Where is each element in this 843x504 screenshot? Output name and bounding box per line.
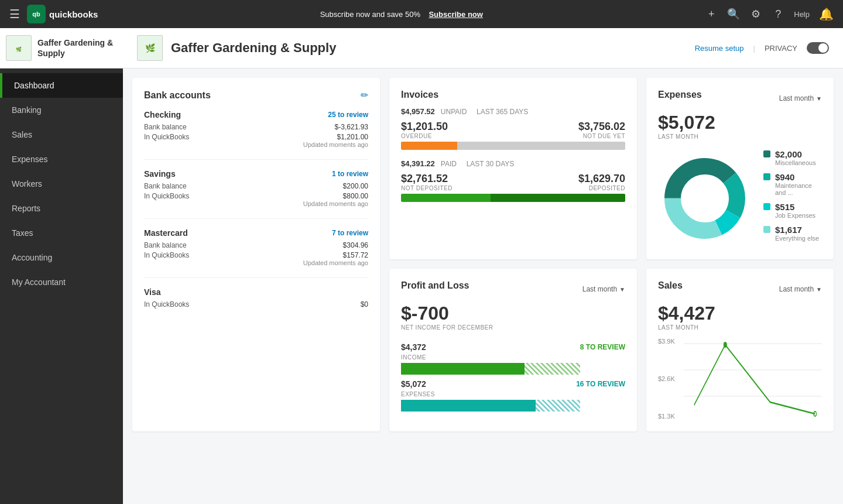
bar-income-solid	[401, 363, 525, 375]
sidebar-item-taxes[interactable]: Taxes	[0, 221, 123, 245]
legend-label-3: Everything else	[775, 235, 819, 242]
header-separator: |	[753, 44, 755, 53]
sales-sublabel: LAST MONTH	[658, 324, 822, 331]
invoice-deposited-amount: $1,629.70	[578, 173, 625, 185]
promo-cta[interactable]: Subscribe now	[429, 10, 482, 19]
chart-area	[684, 338, 822, 420]
bar-notdue	[457, 142, 625, 150]
sales-amount: $4,427	[658, 303, 822, 324]
add-icon[interactable]: +	[705, 8, 718, 20]
sidebar-nav: Dashboard Banking Sales Expenses Workers…	[0, 68, 123, 504]
hamburger-icon[interactable]: ☰	[9, 7, 20, 21]
pl-expenses-review[interactable]: 16 TO REVIEW	[576, 380, 625, 388]
sidebar-item-accounting[interactable]: Accounting	[0, 245, 123, 270]
bank-savings-balance-label: Bank balance	[144, 182, 187, 190]
sidebar-item-label: Sales	[12, 130, 32, 139]
bar-income-hatched	[525, 363, 581, 375]
sales-period-dropdown[interactable]: Last month ▼	[779, 285, 822, 293]
pl-amount: $-700	[401, 303, 625, 324]
bank-mastercard-name: Mastercard	[144, 228, 188, 238]
bank-savings-balance-row: Bank balance $200.00	[144, 182, 368, 190]
chart-y-labels: $3.9K $2.6K $1.3K	[658, 338, 681, 420]
bank-mastercard-qb-row: In QuickBooks $157.72 Updated moments ag…	[144, 251, 368, 266]
svg-text:🌿: 🌿	[16, 46, 22, 52]
sidebar-item-dashboard[interactable]: Dashboard	[0, 73, 123, 98]
pl-income-amount: $4,372	[401, 342, 426, 352]
pl-header-row: Profit and Loss Last month ▼	[401, 280, 625, 298]
invoice-overdue-amount: $1,201.50	[401, 121, 448, 133]
sidebar-item-label: Accounting	[12, 253, 52, 262]
chevron-down-icon: ▼	[816, 286, 822, 293]
invoice-unpaid-bar	[401, 142, 625, 150]
gear-icon[interactable]: ⚙	[749, 8, 762, 20]
bank-account-checking: Checking 25 to review Bank balance $-3,6…	[144, 110, 368, 160]
dashboard-grid: Invoices $4,957.52 UNPAID LAST 365 DAYS …	[123, 68, 843, 441]
bank-visa-name: Visa	[144, 287, 161, 297]
invoices-unpaid-header: $4,957.52 UNPAID LAST 365 DAYS	[401, 107, 625, 116]
bank-mastercard-qb-label: In QuickBooks	[144, 251, 189, 266]
help-label[interactable]: Help	[794, 10, 810, 19]
invoices-title: Invoices	[401, 90, 625, 100]
help-icon[interactable]: ?	[772, 8, 784, 20]
sidebar-item-banking[interactable]: Banking	[0, 98, 123, 122]
edit-icon[interactable]: ✏	[361, 90, 368, 101]
invoice-paid-section: $4,391.22 PAID LAST 30 DAYS $2,761.52 NO…	[401, 159, 625, 202]
invoice-notdue-block: $3,756.02 NOT DUE YET	[578, 121, 625, 139]
sidebar-item-label: Expenses	[12, 155, 47, 164]
donut-chart	[658, 152, 752, 245]
invoice-amounts-row: $1,201.50 OVERDUE $3,756.02 NOT DUE YET	[401, 121, 625, 139]
qb-logo-icon: qb	[27, 5, 46, 23]
pl-period-dropdown[interactable]: Last month ▼	[582, 285, 625, 293]
bank-savings-updated: Updated moments ago	[303, 200, 368, 207]
chart-y-label-1: $2.6K	[658, 375, 681, 382]
bank-mastercard-updated: Updated moments ago	[303, 259, 368, 266]
bank-account-mastercard-header: Mastercard 7 to review	[144, 228, 368, 238]
bank-mastercard-review-link[interactable]: 7 to review	[332, 229, 368, 237]
expenses-period-dropdown[interactable]: Last month ▼	[779, 94, 822, 102]
sidebar-item-my-accountant[interactable]: My Accountant	[0, 270, 123, 294]
bank-savings-review-link[interactable]: 1 to review	[332, 170, 368, 178]
legend-item-0: $2,000 Miscellaneous	[763, 149, 822, 166]
invoice-notdeposited-block: $2,761.52 NOT DEPOSITED	[401, 173, 453, 191]
bank-checking-review-link[interactable]: 25 to review	[328, 111, 368, 119]
bank-account-visa: Visa In QuickBooks $0	[144, 287, 368, 320]
bank-checking-qb-row: In QuickBooks $1,201.00 Updated moments …	[144, 133, 368, 148]
sidebar-item-expenses[interactable]: Expenses	[0, 147, 123, 172]
sidebar-item-label: Reports	[12, 204, 40, 213]
sales-header-row: Sales Last month ▼	[658, 280, 822, 298]
promo-text: Subscribe now and save 50%	[320, 10, 420, 19]
bank-mastercard-balance-row: Bank balance $304.96	[144, 241, 368, 249]
legend-amount-0: $2,000	[775, 149, 816, 159]
svg-point-12	[724, 342, 727, 348]
chevron-down-icon: ▼	[816, 95, 822, 102]
legend-amount-3: $1,617	[775, 225, 819, 235]
pl-title: Profit and Loss	[401, 280, 469, 291]
invoice-deposited-block: $1,629.70 DEPOSITED	[578, 173, 625, 191]
company-icon-small: 🌿	[137, 35, 163, 61]
legend-label-1: Maintenance and ...	[775, 182, 822, 196]
bar-deposited	[491, 194, 625, 202]
pl-income-review[interactable]: 8 TO REVIEW	[580, 343, 625, 351]
privacy-toggle[interactable]	[807, 42, 829, 54]
bank-checking-balance-row: Bank balance $-3,621.93	[144, 123, 368, 131]
bar-overdue	[401, 142, 457, 150]
sidebar-item-reports[interactable]: Reports	[0, 196, 123, 221]
sidebar-company: 🌿 Gaffer Gardening & Supply	[0, 28, 123, 68]
sidebar-item-label: Dashboard	[14, 81, 54, 90]
sidebar-item-sales[interactable]: Sales	[0, 122, 123, 147]
invoice-notdue-amount: $3,756.02	[578, 121, 625, 133]
sidebar-item-label: Taxes	[12, 228, 33, 238]
expenses-period-label: Last month	[779, 94, 814, 102]
pl-expenses-amount: $5,072	[401, 379, 426, 389]
privacy-label: PRIVACY	[765, 44, 797, 53]
search-icon[interactable]: 🔍	[727, 8, 740, 20]
resume-setup-link[interactable]: Resume setup	[695, 44, 744, 53]
sidebar-item-workers[interactable]: Workers	[0, 172, 123, 196]
notification-icon[interactable]: 🔔	[819, 7, 834, 21]
sales-title: Sales	[658, 280, 683, 291]
pl-expenses-label: EXPENSES	[401, 391, 625, 397]
pl-period-label: Last month	[582, 285, 617, 293]
invoices-paid-header: $4,391.22 PAID LAST 30 DAYS	[401, 159, 625, 168]
bank-savings-qb-row: In QuickBooks $800.00 Updated moments ag…	[144, 192, 368, 207]
svg-text:🌿: 🌿	[145, 43, 156, 53]
